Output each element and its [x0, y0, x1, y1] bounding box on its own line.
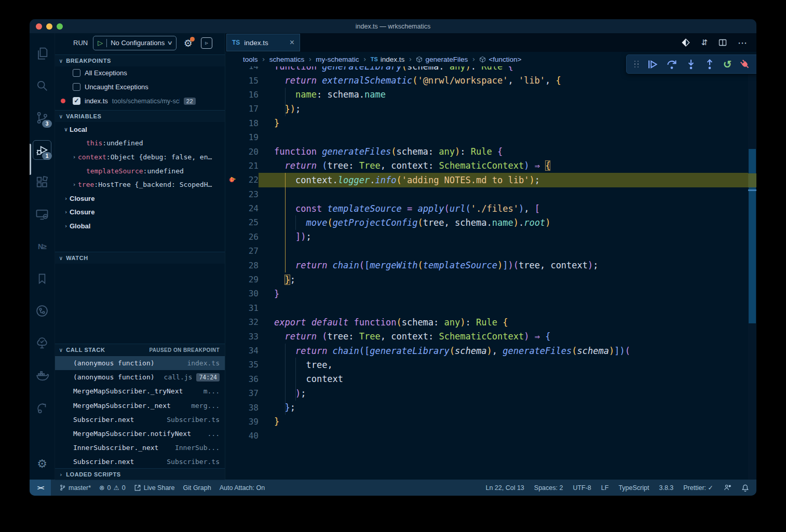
extensions-icon[interactable] [30, 170, 55, 194]
breakpoint-gutter[interactable] [225, 287, 241, 301]
variable-row[interactable]: ∨Local [55, 122, 225, 137]
variable-row[interactable]: ›Closure [55, 206, 225, 220]
language-mode-item[interactable]: TypeScript [618, 484, 649, 492]
code-line[interactable]: ▷22 context.logger.info('adding NOTES.md… [225, 173, 756, 187]
twisty-icon[interactable]: › [71, 181, 78, 188]
feedback-icon[interactable] [723, 484, 731, 492]
git-graph-item[interactable]: Git Graph [183, 484, 211, 492]
drag-handle-icon[interactable] [634, 61, 640, 68]
code-line[interactable]: 15 return externalSchematic('@nrwl/works… [225, 73, 756, 87]
breakpoint-gutter[interactable] [225, 429, 241, 443]
code-line[interactable]: 37 ); [225, 386, 756, 400]
remote-explorer-icon[interactable] [30, 202, 55, 226]
step-over-icon[interactable] [666, 59, 677, 70]
breakpoint-gutter[interactable] [225, 301, 241, 315]
encoding-item[interactable]: UTF-8 [573, 484, 591, 492]
breakpoint-gutter[interactable] [225, 329, 241, 343]
breadcrumb-item[interactable]: <function> [479, 56, 521, 63]
code-line[interactable]: 20function generateFiles(schema: any): R… [225, 144, 756, 158]
code-line[interactable]: 25 move(getProjectConfig(tree, schema.na… [225, 215, 756, 229]
twisty-icon[interactable]: › [62, 195, 70, 202]
breakpoint-gutter[interactable] [225, 144, 241, 158]
call-stack-frame[interactable]: (anonymous function)call.js74:24 [55, 370, 225, 384]
configure-gear-icon[interactable]: ⚙ [184, 37, 193, 49]
breakpoint-gutter[interactable] [225, 358, 241, 372]
call-stack-frame[interactable]: Subscriber.nextSubscriber.ts [55, 413, 225, 427]
step-into-icon[interactable] [685, 59, 697, 70]
breakpoint-gutter[interactable] [225, 102, 241, 116]
breakpoint-gutter[interactable] [225, 215, 241, 229]
call-stack-section-header[interactable]: ∨ CALL STACK PAUSED ON BREAKPOINT [55, 344, 225, 356]
nx-console-icon[interactable]: N≥ [30, 235, 55, 258]
code-line[interactable]: 23 [225, 187, 756, 201]
breakpoint-gutter[interactable] [225, 88, 241, 102]
breakpoint-gutter[interactable] [225, 66, 241, 73]
breakpoint-uncaught-exceptions[interactable]: Uncaught Exceptions [55, 80, 225, 94]
notifications-bell-icon[interactable] [741, 484, 749, 492]
code-line[interactable]: 34 return chain([generateLibrary(schema)… [225, 344, 756, 358]
checkbox[interactable] [73, 69, 80, 77]
problems-item[interactable]: ⊗ 0 ⚠ 0 [99, 484, 126, 492]
restart-icon[interactable]: ↺ [723, 59, 732, 70]
breakpoint-gutter[interactable] [225, 315, 241, 329]
code-line[interactable]: 27 [225, 244, 756, 258]
code-line[interactable]: 31 [225, 301, 756, 315]
call-stack-frame[interactable]: (anonymous function)index.ts [55, 356, 225, 370]
breadcrumb-item[interactable]: my-schematic [316, 56, 359, 63]
checkbox[interactable] [73, 83, 80, 91]
git-branch-item[interactable]: master* [59, 484, 91, 492]
code-line[interactable]: 16 name: schema.name [225, 88, 756, 102]
variable-row[interactable]: ›tree: HostTree {_backend: ScopedH… [55, 178, 225, 192]
call-stack-frame[interactable]: Subscriber.nextSubscriber.ts [55, 455, 225, 469]
code-line[interactable]: 26 ]); [225, 230, 756, 244]
code-line[interactable]: 30} [225, 287, 756, 301]
breadcrumb-item[interactable]: TSindex.ts [371, 56, 405, 63]
breakpoint-gutter[interactable] [225, 159, 241, 173]
code-line[interactable]: 17 }); [225, 102, 756, 116]
code-line[interactable]: 19 [225, 130, 756, 144]
watch-section-header[interactable]: ∨ WATCH [55, 252, 225, 264]
typescript-version-item[interactable]: 3.8.3 [659, 484, 673, 492]
breakpoint-gutter[interactable] [225, 258, 241, 272]
twisty-icon[interactable]: › [62, 223, 70, 229]
test-tree-icon[interactable] [30, 331, 55, 355]
auto-attach-item[interactable]: Auto Attach: On [220, 484, 265, 492]
git-graph-icon[interactable] [30, 299, 55, 323]
code-line[interactable]: 35 tree, [225, 358, 756, 372]
continue-icon[interactable] [647, 59, 658, 70]
indentation-item[interactable]: Spaces: 2 [534, 484, 563, 492]
twisty-icon[interactable]: › [62, 209, 70, 215]
breakpoint-gutter[interactable] [225, 201, 241, 215]
remote-indicator[interactable]: >< [30, 480, 51, 496]
start-debug-icon[interactable]: ▷ [98, 39, 103, 47]
breakpoint-gutter[interactable] [225, 400, 241, 414]
open-changes-icon[interactable]: ⇵ [701, 38, 708, 47]
variable-row[interactable]: ›Closure [55, 192, 225, 206]
bookmarks-icon[interactable] [30, 267, 55, 291]
breakpoint-gutter[interactable] [225, 187, 241, 201]
docker-icon[interactable] [30, 363, 55, 387]
breakpoints-section-header[interactable]: ∨ BREAKPOINTS [55, 54, 225, 66]
code-line[interactable]: 21 return (tree: Tree, context: Schemati… [225, 159, 756, 173]
run-and-debug-icon[interactable]: 1 [30, 138, 55, 162]
breakpoint-gutter[interactable] [225, 230, 241, 244]
twisty-icon[interactable]: › [71, 154, 78, 160]
split-editor-icon[interactable] [719, 38, 727, 47]
disconnect-icon[interactable] [739, 59, 751, 70]
checkbox[interactable]: ✓ [73, 97, 80, 105]
code-line[interactable]: 36 context [225, 372, 756, 386]
breakpoint-gutter[interactable] [225, 73, 241, 87]
variable-row[interactable]: ›context: Object {debug: false, en… [55, 150, 225, 164]
code-line[interactable]: 28 return chain([mergeWith(templateSourc… [225, 258, 756, 272]
call-stack-frame[interactable]: MergeMapSubscriber._nextmerg... [55, 399, 225, 413]
loaded-scripts-section-header[interactable]: › LOADED SCRIPTS [55, 468, 225, 480]
breakpoint-index-ts[interactable]: ✓ index.ts tools/schematics/my-sch... 22 [55, 94, 225, 108]
breakpoint-gutter[interactable] [225, 244, 241, 258]
explorer-icon[interactable] [30, 42, 55, 65]
breadcrumb-item[interactable]: generateFiles [416, 56, 468, 63]
launch-configuration-dropdown[interactable]: ▷ No Configurations ∨ [93, 36, 177, 50]
variable-row[interactable]: this: undefined [55, 137, 225, 151]
close-tab-icon[interactable]: × [290, 38, 294, 47]
breakpoint-gutter[interactable] [225, 130, 241, 144]
cursor-position-item[interactable]: Ln 22, Col 13 [485, 484, 524, 492]
